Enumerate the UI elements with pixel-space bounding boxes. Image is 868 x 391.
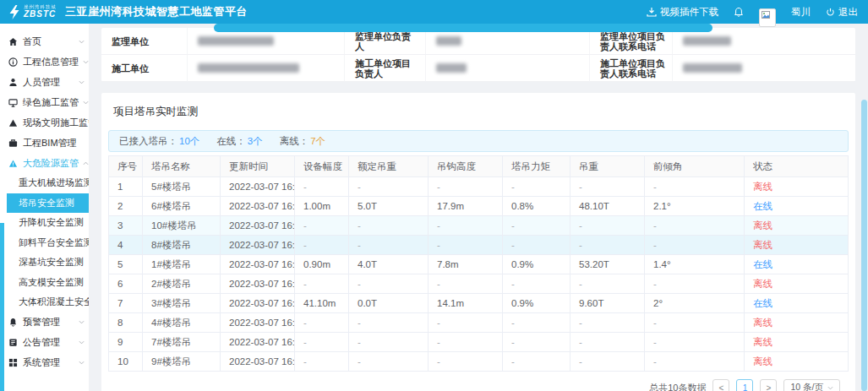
cell-index: 2 xyxy=(109,197,143,216)
cell-moment: - xyxy=(503,216,570,236)
sidebar-item-home[interactable]: 首页 xyxy=(0,31,89,52)
sidebar-item-bim[interactable]: 工程BIM管理 xyxy=(0,133,89,153)
col-moment: 塔吊力矩 xyxy=(503,156,570,177)
status-badge: 离线 xyxy=(745,333,849,352)
section-title: 项目塔吊实时监测 xyxy=(108,93,849,130)
field-label: 监理单位项目负责人联系电话 xyxy=(600,31,665,52)
download-icon xyxy=(647,7,657,17)
cell-update-time: 2022-03-07 16:5... xyxy=(221,177,295,197)
sidebar-item-major-hazard[interactable]: 大危险源监管 xyxy=(0,153,89,173)
chevron-down-icon xyxy=(79,39,85,45)
cell-hook-height: - xyxy=(429,333,503,352)
field-label: 施工单位项目负责人 xyxy=(355,58,418,79)
cell-moment: - xyxy=(503,333,570,352)
next-page-button[interactable]: > xyxy=(760,379,777,391)
cell-index: 7 xyxy=(109,294,143,313)
table-row[interactable]: 8 4#楼塔吊 2022-03-07 16:5... - - - - - - 离… xyxy=(109,313,849,333)
cell-crane-name: 7#楼塔吊 xyxy=(143,333,221,352)
table-row[interactable]: 3 10#楼塔吊 2022-03-07 16:5... - - - - - - … xyxy=(109,216,849,236)
cell-amplitude: - xyxy=(295,236,349,255)
current-page-button[interactable]: 1 xyxy=(736,379,753,391)
cell-amplitude: - xyxy=(295,177,349,197)
cell-crane-name: 1#楼塔吊 xyxy=(143,255,221,274)
cell-load: - xyxy=(570,274,645,294)
logo-text: ZBSTC xyxy=(24,10,57,19)
cell-tilt-angle: - xyxy=(645,216,745,236)
cell-amplitude: - xyxy=(295,216,349,236)
sidebar-subitem-unloading-platform[interactable]: 卸料平台安全监测 xyxy=(0,233,89,253)
home-icon xyxy=(8,36,19,46)
sidebar-item-personnel[interactable]: 人员管理 xyxy=(0,72,89,92)
cell-rated-load: - xyxy=(349,274,429,294)
redacted-value xyxy=(198,36,274,46)
cell-index: 9 xyxy=(109,333,143,352)
cell-crane-name: 9#楼塔吊 xyxy=(143,352,221,372)
notification-bell-button[interactable] xyxy=(734,7,744,18)
sidebar-subitem-tower-crane[interactable]: 塔吊安全监测 xyxy=(7,193,89,214)
sidebar-item-civilized-site[interactable]: 现场文明施工监管 xyxy=(0,112,89,133)
sidebar-item-project-info[interactable]: 工程信息管理 xyxy=(0,52,89,72)
status-badge: 离线 xyxy=(745,216,849,236)
prev-page-button[interactable]: < xyxy=(712,379,729,391)
page-scrollbar-thumb[interactable] xyxy=(861,100,867,391)
video-plugin-download-button[interactable]: 视频插件下载 xyxy=(647,6,718,19)
sidebar-subitem-mass-concrete[interactable]: 大体积混凝土安全... xyxy=(0,292,89,312)
cell-index: 1 xyxy=(109,177,143,197)
table-row[interactable]: 7 3#楼塔吊 2022-03-07 16:5... 41.10m 0.0T 1… xyxy=(109,294,849,313)
cell-rated-load: 5.0T xyxy=(349,197,429,216)
sidebar: 首页 工程信息管理 人员管理 绿色施工监管 现场文明施工监管 工程BIM管理 xyxy=(0,24,89,391)
table-row[interactable]: 1 5#楼塔吊 2022-03-07 16:5... - - - - - - 离… xyxy=(109,177,849,197)
cell-hook-height: 17.9m xyxy=(429,197,503,216)
cell-amplitude: 0.90m xyxy=(295,255,349,274)
page-size-select[interactable]: 10 条/页 xyxy=(783,379,840,391)
cell-rated-load: - xyxy=(349,313,429,333)
warning-icon xyxy=(8,158,19,168)
col-index: 序号 xyxy=(109,156,143,177)
sidebar-item-announcement[interactable]: 公告管理 xyxy=(0,333,89,353)
table-row[interactable]: 10 9#楼塔吊 2022-03-07 16:5... - - - - - - … xyxy=(109,352,849,372)
app-logo: 崖州湾科技城 ZBSTC xyxy=(8,5,57,19)
table-row[interactable]: 6 2#楼塔吊 2022-03-07 16:5... - - - - - - 离… xyxy=(109,274,849,294)
cell-rated-load: 4.0T xyxy=(349,255,429,274)
col-load: 吊重 xyxy=(570,156,645,177)
sidebar-item-warning-mgmt[interactable]: 预警管理 xyxy=(0,312,89,333)
cell-crane-name: 5#楼塔吊 xyxy=(143,177,221,197)
connected-label: 已接入塔吊： xyxy=(119,135,177,148)
table-row[interactable]: 5 1#楼塔吊 2022-03-07 16:5... 0.90m 4.0T 7.… xyxy=(109,255,849,274)
board-icon xyxy=(8,338,19,348)
project-info-card: 监理单位 监理单位负责人 监理单位项目负责人联系电话 施工单位 施工单位项目负责… xyxy=(101,28,855,82)
cell-update-time: 2022-03-07 16:5... xyxy=(221,313,295,333)
col-crane-name: 塔吊名称 xyxy=(143,156,221,177)
cell-amplitude: 1.00m xyxy=(295,197,349,216)
app-header: 崖州湾科技城 ZBSTC 三亚崖州湾科技城智慧工地监管平台 视频插件下载 蜀川 … xyxy=(0,0,868,24)
site-icon xyxy=(8,117,19,128)
sidebar-scrollbar-thumb[interactable] xyxy=(0,223,4,391)
table-row[interactable]: 2 6#楼塔吊 2022-03-07 16:5... 1.00m 5.0T 17… xyxy=(109,197,849,216)
table-row[interactable]: 9 7#楼塔吊 2022-03-07 16:5... - - - - - - 离… xyxy=(109,333,849,352)
redacted-value xyxy=(436,63,467,73)
table-row[interactable]: 4 8#楼塔吊 2022-03-07 16:5... - - - - - - 离… xyxy=(109,236,849,255)
offline-label: 离线： xyxy=(280,135,309,148)
bell-icon xyxy=(8,318,19,328)
logo-subtext: 崖州湾科技城 xyxy=(24,5,57,10)
sidebar-subitem-machinery-entry[interactable]: 重大机械进场监测 xyxy=(0,173,89,193)
power-icon xyxy=(826,8,835,17)
sidebar-item-green-construction[interactable]: 绿色施工监管 xyxy=(0,92,89,112)
sidebar-subitem-elevator[interactable]: 升降机安全监测 xyxy=(0,213,89,233)
username[interactable]: 蜀川 xyxy=(791,6,811,19)
sidebar-subitem-high-formwork[interactable]: 高支模安全监测 xyxy=(0,273,89,293)
avatar[interactable] xyxy=(759,8,776,27)
col-amplitude: 设备幅度 xyxy=(295,156,349,177)
info-icon xyxy=(8,57,19,67)
crane-monitoring-card: 项目塔吊实时监测 已接入塔吊： 10个 在线： 3个 离线： 7个 序号 xyxy=(101,93,855,391)
cell-index: 6 xyxy=(109,274,143,294)
cell-moment: - xyxy=(503,313,570,333)
logout-button[interactable]: 退出 xyxy=(826,6,858,19)
sidebar-item-system-mgmt[interactable]: 系统管理 xyxy=(0,353,89,373)
sidebar-subitem-deep-pit[interactable]: 深基坑安全监测 xyxy=(0,253,89,273)
grid-icon xyxy=(8,358,19,368)
col-rated-load: 额定吊重 xyxy=(349,156,429,177)
cell-index: 10 xyxy=(109,352,143,372)
chevron-down-icon xyxy=(79,319,85,325)
cell-index: 4 xyxy=(109,236,143,255)
